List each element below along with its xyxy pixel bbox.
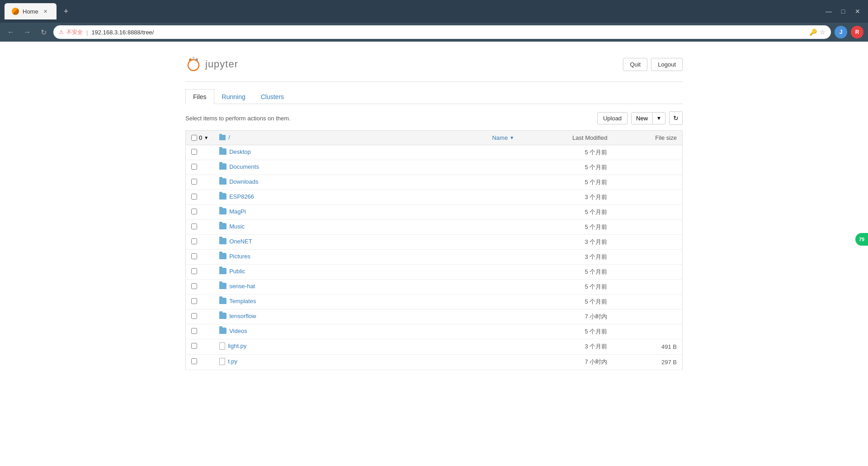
name-column-header: / [214, 131, 486, 145]
row-checkbox-3[interactable] [191, 194, 197, 200]
size-cell [613, 309, 682, 324]
folder-link[interactable]: OneNET [219, 238, 252, 245]
table-row: Downloads 5 个月前 [186, 175, 683, 190]
address-divider: | [86, 29, 88, 36]
row-checkbox-11[interactable] [191, 313, 197, 319]
back-button[interactable]: ← [5, 26, 17, 38]
not-secure-label: 不安全 [66, 29, 83, 36]
minimize-button[interactable]: — [823, 5, 835, 17]
svg-point-1 [189, 58, 192, 61]
modified-cell: 5 个月前 [519, 204, 613, 219]
size-cell [613, 324, 682, 339]
row-checkbox-13[interactable] [191, 343, 197, 349]
logout-button[interactable]: Logout [651, 58, 683, 71]
folder-icon [219, 328, 226, 334]
row-checkbox-6[interactable] [191, 238, 197, 244]
folder-link[interactable]: Videos [219, 328, 247, 334]
name-sort-button[interactable]: Name ▼ [492, 134, 514, 141]
folder-link[interactable]: Public [219, 268, 245, 275]
row-checkbox-5[interactable] [191, 223, 197, 229]
select-dropdown-icon[interactable]: ▼ [204, 135, 208, 140]
row-checkbox-7[interactable] [191, 253, 197, 259]
folder-link[interactable]: ESP8266 [219, 193, 254, 200]
folder-link[interactable]: Templates [219, 298, 256, 304]
row-checkbox-9[interactable] [191, 283, 197, 289]
close-button[interactable]: ✕ [852, 5, 863, 17]
forward-button[interactable]: → [21, 26, 33, 38]
jupyter-logo-text: jupyter [205, 58, 238, 70]
row-checkbox-4[interactable] [191, 209, 197, 214]
modified-cell: 5 个月前 [519, 175, 613, 190]
star-icon[interactable]: ☆ [820, 29, 826, 36]
tab-clusters[interactable]: Clusters [253, 89, 292, 104]
folder-icon [219, 268, 226, 274]
path-folder-icon [219, 135, 226, 140]
row-checkbox-10[interactable] [191, 298, 197, 304]
tab-running[interactable]: Running [214, 89, 253, 104]
folder-link[interactable]: Music [219, 223, 245, 230]
tab-files[interactable]: Files [185, 89, 214, 104]
size-cell [613, 204, 682, 219]
tab-close-button[interactable]: ✕ [42, 8, 49, 15]
folder-icon [219, 253, 226, 259]
table-row: t.py 7 小时内297 B [186, 354, 683, 370]
table-row: Pictures 3 个月前 [186, 249, 683, 264]
size-cell [613, 160, 682, 175]
modified-cell: 7 小时内 [519, 354, 613, 370]
row-checkbox-1[interactable] [191, 164, 197, 170]
maximize-button[interactable]: □ [837, 5, 849, 17]
profile-button-j[interactable]: J [835, 26, 847, 38]
modified-column-header[interactable]: Last Modified [519, 131, 613, 145]
browser-tab[interactable]: Home ✕ [5, 3, 57, 19]
size-cell: 491 B [613, 339, 682, 354]
folder-icon [219, 283, 226, 289]
address-bar[interactable]: ⚠ 不安全 | 192.168.3.16:8888/tree/ 🔑 ☆ [53, 25, 831, 39]
folder-link[interactable]: tensorflow [219, 313, 256, 319]
file-icon [219, 358, 225, 365]
row-checkbox-0[interactable] [191, 149, 197, 155]
row-checkbox-8[interactable] [191, 268, 197, 274]
file-link[interactable]: t.py [219, 358, 237, 365]
grammarly-badge[interactable]: 79 [855, 233, 868, 246]
row-checkbox-14[interactable] [191, 358, 197, 364]
row-checkbox-2[interactable] [191, 179, 197, 185]
folder-link[interactable]: Documents [219, 163, 259, 170]
browser-chrome: Home ✕ + — □ ✕ [0, 0, 868, 23]
file-link[interactable]: light.py [219, 342, 246, 350]
table-row: tensorflow 7 小时内 [186, 309, 683, 324]
key-icon[interactable]: 🔑 [809, 29, 817, 36]
svg-point-0 [188, 60, 199, 71]
refresh-button[interactable]: ↻ [669, 111, 683, 125]
quit-button[interactable]: Quit [623, 58, 647, 71]
upload-button[interactable]: Upload [597, 112, 627, 124]
address-url[interactable]: 192.168.3.16:8888/tree/ [91, 29, 807, 36]
select-count: 0 [199, 134, 202, 141]
folder-icon [219, 193, 226, 200]
size-cell: 297 B [613, 354, 682, 370]
size-cell [613, 249, 682, 264]
folder-link[interactable]: Pictures [219, 253, 250, 260]
modified-cell: 3 个月前 [519, 234, 613, 249]
page-content: jupyter Quit Logout Files Running Cluste… [176, 42, 692, 388]
folder-link[interactable]: Desktop [219, 148, 251, 155]
size-cell [613, 294, 682, 309]
size-column-header[interactable]: File size [613, 131, 682, 145]
new-arrow-button[interactable]: ▼ [653, 113, 665, 124]
folder-link[interactable]: sense-hat [219, 283, 255, 290]
new-main-button[interactable]: New [632, 113, 653, 124]
modified-cell: 5 个月前 [519, 264, 613, 279]
folder-link[interactable]: MagPi [219, 208, 246, 215]
name-sort-header: Name ▼ [486, 131, 519, 145]
new-tab-button[interactable]: + [60, 5, 72, 18]
modified-cell: 5 个月前 [519, 160, 613, 175]
folder-link[interactable]: Downloads [219, 178, 258, 185]
modified-cell: 5 个月前 [519, 145, 613, 160]
profile-button-r[interactable]: R [851, 26, 863, 38]
folder-icon [219, 178, 226, 185]
reload-button[interactable]: ↻ [37, 26, 50, 38]
svg-point-3 [193, 57, 195, 59]
row-checkbox-12[interactable] [191, 328, 197, 334]
select-all-checkbox[interactable] [191, 135, 197, 141]
breadcrumb-root[interactable]: / [228, 134, 230, 141]
tabs-row: Files Running Clusters [185, 89, 683, 104]
